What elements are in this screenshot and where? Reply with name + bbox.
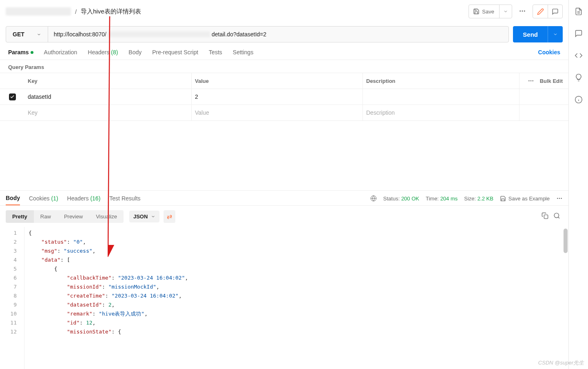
- param-key-cell[interactable]: datasetId: [24, 89, 192, 104]
- url-blur: [108, 31, 210, 37]
- view-pretty[interactable]: Pretty: [6, 210, 34, 223]
- url-suffix: detail.do?datasetId=2: [212, 31, 266, 38]
- svg-point-5: [532, 80, 533, 82]
- resp-tab-body[interactable]: Body: [6, 195, 20, 205]
- col-desc-header: Description: [363, 73, 519, 89]
- svg-line-13: [558, 217, 559, 218]
- save-icon: [473, 8, 480, 15]
- format-select[interactable]: JSON: [129, 211, 159, 222]
- param-desc-placeholder[interactable]: Description: [363, 105, 519, 120]
- param-desc-cell[interactable]: [363, 89, 519, 104]
- params-dot-icon: [31, 51, 33, 54]
- save-as-example[interactable]: Save as Example: [500, 196, 550, 202]
- cookies-link[interactable]: Cookies: [538, 49, 560, 60]
- breadcrumb-sep: /: [75, 8, 77, 15]
- col-value-header: Value: [192, 73, 363, 89]
- dots-icon[interactable]: [556, 195, 563, 202]
- view-visualize[interactable]: Visualize: [89, 210, 124, 223]
- svg-rect-11: [544, 215, 548, 218]
- lightbulb-icon[interactable]: [575, 73, 583, 82]
- comment-mode-button[interactable]: [548, 5, 562, 18]
- chevron-down-icon: [503, 9, 508, 14]
- more-menu[interactable]: [516, 7, 528, 16]
- view-preview[interactable]: Preview: [57, 210, 89, 223]
- search-button[interactable]: [551, 210, 563, 223]
- code-icon[interactable]: [575, 51, 583, 60]
- edit-mode-button[interactable]: [533, 5, 548, 18]
- bulk-edit-link[interactable]: Bulk Edit: [540, 78, 563, 84]
- method-select[interactable]: GET: [6, 27, 48, 42]
- svg-point-12: [554, 213, 559, 218]
- check-icon: [10, 94, 15, 99]
- table-row: datasetId 2: [0, 89, 568, 105]
- params-table: Key Value Description Bulk Edit datasetI…: [0, 73, 568, 121]
- save-label: Save: [482, 9, 494, 15]
- watermark: CSDN @super先生: [538, 359, 584, 367]
- tab-settings[interactable]: Settings: [233, 49, 254, 60]
- svg-point-2: [524, 10, 525, 11]
- query-params-label: Query Params: [0, 60, 568, 73]
- search-icon: [553, 212, 560, 219]
- method-label: GET: [13, 31, 24, 38]
- docs-icon[interactable]: [575, 7, 583, 16]
- dots-icon: [519, 7, 526, 15]
- pencil-icon: [537, 8, 544, 15]
- svg-point-3: [528, 80, 530, 82]
- svg-point-10: [561, 198, 562, 199]
- globe-icon[interactable]: [370, 195, 377, 202]
- resp-tab-test-results[interactable]: Test Results: [109, 195, 140, 205]
- tab-params[interactable]: Params: [8, 49, 33, 60]
- svg-point-4: [530, 80, 531, 82]
- dots-icon[interactable]: [528, 78, 534, 84]
- send-label: Send: [513, 31, 548, 38]
- save-dropdown[interactable]: [499, 5, 512, 18]
- save-button[interactable]: Save: [469, 4, 512, 18]
- chevron-down-icon: [553, 32, 558, 37]
- param-value-placeholder[interactable]: Value: [192, 105, 363, 120]
- tab-tests[interactable]: Tests: [209, 49, 222, 60]
- svg-point-0: [519, 10, 521, 11]
- chevron-down-icon: [37, 32, 41, 37]
- size-value: 2.2 KB: [477, 196, 493, 202]
- wrap-toggle[interactable]: ⇄: [164, 210, 175, 223]
- send-dropdown[interactable]: [548, 26, 563, 42]
- tab-body[interactable]: Body: [128, 49, 141, 60]
- row-checkbox[interactable]: [9, 93, 16, 100]
- time-value: 204 ms: [440, 196, 458, 202]
- copy-button[interactable]: [539, 210, 551, 223]
- resp-tab-headers[interactable]: Headers (16): [67, 195, 101, 205]
- view-raw[interactable]: Raw: [34, 210, 57, 223]
- svg-point-9: [559, 198, 560, 199]
- param-key-placeholder[interactable]: Key: [24, 105, 192, 120]
- tab-headers[interactable]: Headers (8): [88, 49, 118, 60]
- col-key-header: Key: [24, 73, 192, 89]
- url-input[interactable]: http://localhost:8070/ detail.do?dataset…: [48, 27, 509, 42]
- save-icon: [500, 196, 506, 202]
- tab-authorization[interactable]: Authorization: [44, 49, 77, 60]
- comment-icon[interactable]: [575, 29, 583, 38]
- tab-prerequest[interactable]: Pre-request Script: [152, 49, 198, 60]
- breadcrumb-title[interactable]: 导入hive表的详情列表: [81, 8, 141, 16]
- svg-point-1: [522, 10, 523, 11]
- info-icon[interactable]: [575, 96, 583, 104]
- resp-tab-cookies[interactable]: Cookies (1): [29, 195, 58, 205]
- send-button[interactable]: Send: [513, 26, 563, 42]
- url-prefix: http://localhost:8070/: [54, 31, 106, 38]
- copy-icon: [542, 212, 548, 219]
- chevron-down-icon: [151, 214, 155, 219]
- comment-icon: [552, 8, 559, 15]
- status-value: 200 OK: [401, 196, 419, 202]
- view-mode-toggle: [533, 4, 563, 18]
- breadcrumb: / 导入hive表的详情列表: [6, 7, 141, 16]
- svg-point-8: [557, 198, 558, 199]
- response-body[interactable]: 123456789101112 { "status": "0", "msg": …: [0, 227, 568, 369]
- breadcrumb-collection-blur: [6, 7, 71, 16]
- table-row: Key Value Description: [0, 105, 568, 121]
- param-value-cell[interactable]: 2: [192, 89, 363, 104]
- scrollbar-thumb[interactable]: [564, 229, 568, 253]
